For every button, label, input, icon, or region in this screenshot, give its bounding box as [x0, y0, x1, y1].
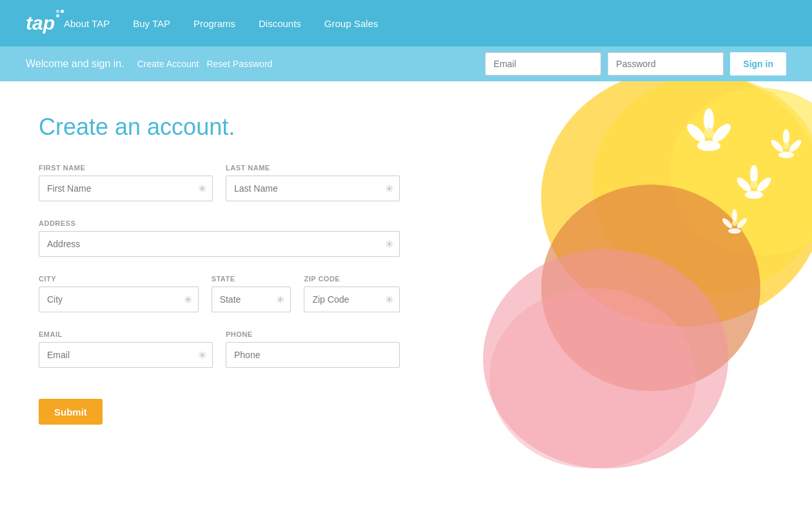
last-name-label: LAST NAME [226, 164, 400, 172]
last-name-group: LAST NAME ✳ [226, 164, 400, 201]
address-wrap: ✳ [39, 231, 400, 257]
email-label: EMAIL [39, 330, 213, 338]
svg-point-38 [735, 217, 748, 230]
logo[interactable]: tap [26, 12, 64, 34]
main-content: Create an account. FIRST NAME ✳ LAST NAM… [0, 81, 812, 524]
zip-wrap: ✳ [304, 287, 400, 312]
subheader: Welcome and sign in. Create Account Rese… [0, 46, 812, 81]
svg-point-12 [697, 141, 720, 151]
header-password-input[interactable] [608, 52, 724, 76]
zip-group: ZIP CODE ✳ [304, 275, 400, 312]
create-account-form-section: Create an account. FIRST NAME ✳ LAST NAM… [0, 81, 439, 524]
signin-button[interactable]: Sign in [730, 52, 786, 76]
svg-point-36 [721, 217, 734, 230]
svg-point-28 [783, 129, 789, 145]
state-wrap: ✳ [212, 287, 292, 312]
first-name-input[interactable] [39, 176, 213, 201]
last-name-required-icon: ✳ [385, 183, 393, 195]
state-required-icon: ✳ [276, 294, 284, 306]
svg-point-35 [728, 228, 741, 234]
svg-point-27 [769, 138, 785, 154]
svg-point-6 [704, 108, 714, 132]
svg-point-10 [704, 108, 714, 132]
city-required-icon: ✳ [184, 294, 192, 306]
svg-point-13 [684, 121, 708, 145]
svg-point-25 [787, 138, 803, 154]
email-required-icon: ✳ [198, 349, 206, 361]
logo-text: tap [26, 12, 55, 34]
zip-label: ZIP CODE [304, 275, 400, 283]
svg-point-24 [783, 129, 789, 145]
svg-point-21 [745, 191, 763, 199]
nav-buy-tap[interactable]: Buy TAP [133, 18, 170, 29]
svg-point-15 [750, 165, 758, 183]
city-input[interactable] [39, 287, 199, 312]
email-group: EMAIL ✳ [39, 330, 213, 368]
svg-point-39 [728, 228, 741, 234]
address-group: ADDRESS ✳ [39, 219, 400, 257]
phone-label: PHONE [226, 330, 400, 338]
nav-about-tap[interactable]: About TAP [64, 18, 110, 29]
email-phone-row: EMAIL ✳ PHONE [39, 330, 400, 368]
address-required-icon: ✳ [385, 238, 393, 250]
nav-group-sales[interactable]: Group Sales [324, 18, 378, 29]
email-input[interactable] [39, 342, 213, 368]
first-name-required-icon: ✳ [198, 183, 206, 195]
last-name-input[interactable] [226, 176, 400, 201]
svg-point-9 [684, 121, 708, 145]
submit-button[interactable]: Submit [39, 399, 103, 425]
state-label: STATE [212, 275, 292, 283]
svg-point-14 [704, 128, 714, 138]
create-account-link[interactable]: Create Account [137, 59, 199, 69]
first-name-label: FIRST NAME [39, 164, 213, 172]
svg-point-40 [721, 217, 734, 230]
city-state-zip-row: CITY ✳ STATE ✳ ZIP CODE ✳ [39, 275, 400, 312]
logo-sparkle-icon [56, 10, 64, 17]
svg-point-33 [732, 209, 737, 222]
svg-point-30 [778, 152, 794, 158]
reset-password-link[interactable]: Reset Password [206, 59, 272, 69]
phone-input[interactable] [226, 342, 400, 368]
svg-point-29 [787, 138, 803, 154]
signin-area: Sign in [485, 52, 786, 76]
nav-programs[interactable]: Programs [193, 18, 235, 29]
svg-point-16 [755, 176, 773, 194]
svg-point-5 [490, 288, 696, 469]
city-group: CITY ✳ [39, 275, 199, 312]
svg-point-3 [541, 185, 760, 391]
svg-point-37 [732, 209, 737, 222]
svg-point-11 [709, 121, 733, 145]
svg-point-20 [755, 176, 773, 194]
last-name-wrap: ✳ [226, 176, 400, 201]
first-name-group: FIRST NAME ✳ [39, 164, 213, 201]
svg-point-17 [745, 191, 763, 199]
city-wrap: ✳ [39, 287, 199, 312]
svg-point-19 [750, 165, 758, 183]
watercolor-decoration [438, 81, 812, 524]
welcome-text: Welcome and sign in. [26, 58, 124, 70]
svg-point-32 [783, 143, 789, 149]
nav-discounts[interactable]: Discounts [259, 18, 301, 29]
header-email-input[interactable] [485, 52, 601, 76]
name-row: FIRST NAME ✳ LAST NAME ✳ [39, 164, 400, 201]
navigation: tap About TAP Buy TAP Programs Discounts… [0, 0, 812, 46]
svg-point-23 [750, 181, 758, 188]
svg-point-18 [735, 176, 753, 194]
phone-group: PHONE [226, 330, 400, 368]
svg-point-0 [541, 81, 812, 327]
address-input[interactable] [39, 231, 400, 257]
first-name-wrap: ✳ [39, 176, 213, 201]
svg-point-1 [593, 81, 812, 294]
svg-point-41 [732, 221, 737, 226]
state-group: STATE ✳ [212, 275, 292, 312]
phone-wrap [226, 342, 400, 368]
city-label: CITY [39, 275, 199, 283]
page-title: Create an account. [39, 114, 400, 141]
svg-point-4 [483, 249, 728, 469]
svg-point-2 [670, 88, 812, 256]
svg-point-22 [735, 176, 753, 194]
svg-point-26 [778, 152, 794, 158]
address-label: ADDRESS [39, 219, 400, 227]
zip-required-icon: ✳ [385, 294, 393, 306]
svg-point-31 [769, 138, 785, 154]
